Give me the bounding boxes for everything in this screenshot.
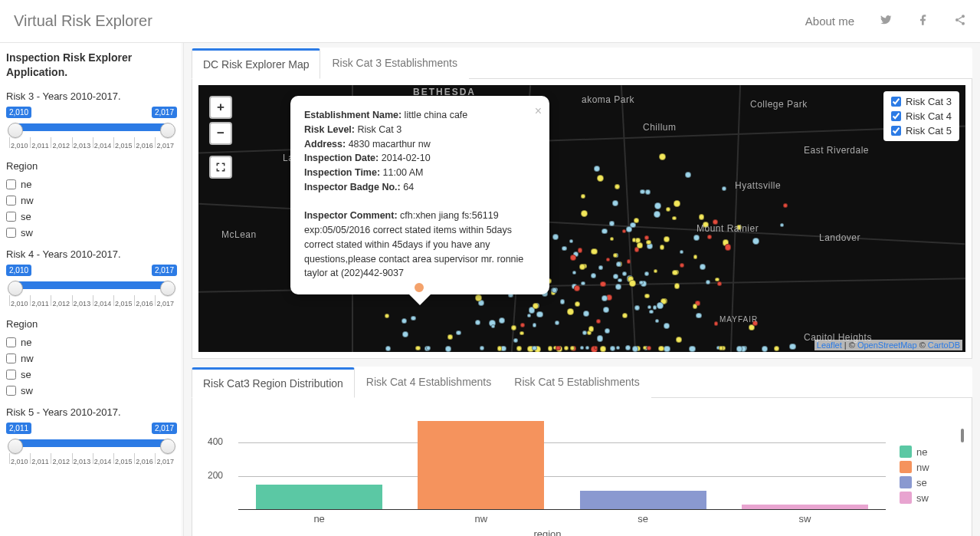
map-marker[interactable] — [511, 325, 516, 330]
map-marker[interactable] — [520, 323, 525, 327]
map-marker[interactable] — [548, 346, 553, 351]
map-marker[interactable] — [615, 184, 620, 189]
risk5-slider[interactable]: 2,011 2,017 2,0102,0112,0122,0132,0142,0… — [6, 423, 177, 472]
map-marker[interactable] — [659, 153, 666, 160]
map-marker[interactable] — [676, 337, 682, 343]
map-marker[interactable] — [660, 245, 664, 249]
risk3-region-nw[interactable]: nw — [6, 192, 177, 209]
map-marker[interactable] — [560, 299, 565, 304]
chart-legend-handle-icon[interactable] — [961, 429, 964, 442]
map-marker[interactable] — [693, 235, 700, 241]
map-marker[interactable] — [632, 238, 636, 242]
map-marker[interactable] — [569, 239, 573, 243]
map-marker[interactable] — [411, 316, 415, 321]
chart-bar-sw[interactable] — [742, 505, 868, 509]
map-marker[interactable] — [585, 346, 589, 350]
map-marker[interactable] — [658, 346, 664, 351]
map-marker[interactable] — [714, 321, 718, 325]
map-marker[interactable] — [527, 314, 531, 317]
map-marker[interactable] — [574, 285, 580, 291]
risk4-right-handle[interactable] — [160, 281, 175, 296]
map-marker[interactable] — [475, 320, 480, 325]
map-marker[interactable] — [634, 305, 640, 311]
map-marker[interactable] — [680, 263, 684, 268]
map-marker[interactable] — [591, 273, 596, 278]
tab-riskcat4-estab[interactable]: Risk Cat 4 Establishments — [355, 367, 503, 398]
map-marker[interactable] — [610, 346, 615, 351]
legend-riskcat4[interactable]: Risk Cat 4 — [891, 110, 952, 122]
map-marker[interactable] — [402, 318, 407, 324]
map-marker[interactable] — [556, 346, 560, 350]
chart-legend-ne[interactable]: ne — [900, 446, 964, 458]
risk3-region-ne[interactable]: ne — [6, 176, 177, 192]
risk3-left-handle[interactable] — [8, 123, 23, 138]
risk3-right-handle[interactable] — [160, 123, 175, 138]
map-marker[interactable] — [570, 255, 576, 261]
map-marker[interactable] — [654, 211, 660, 218]
map-marker[interactable] — [689, 346, 695, 352]
map-marker[interactable] — [693, 304, 697, 308]
risk4-slider[interactable]: 2,010 2,017 2,0102,0112,0122,0132,0142,0… — [6, 265, 177, 314]
carto-link[interactable]: CartoDB — [928, 340, 960, 350]
risk3-slider[interactable]: 2,010 2,017 2,0102,0112,0122,0132,0142,0… — [6, 107, 177, 156]
map-marker[interactable] — [632, 346, 638, 352]
risk3-region-sw[interactable]: sw — [6, 225, 177, 241]
map-marker[interactable] — [640, 189, 645, 195]
map-marker[interactable] — [657, 302, 663, 308]
map-marker[interactable] — [579, 264, 585, 270]
selected-marker[interactable] — [413, 281, 425, 294]
map-marker[interactable] — [596, 319, 601, 324]
leaflet-link[interactable]: Leaflet — [817, 340, 842, 350]
chart-legend-se[interactable]: se — [900, 476, 964, 488]
map-marker[interactable] — [655, 319, 659, 323]
tab-riskcat3-dist[interactable]: Risk Cat3 Region Distribution — [192, 367, 355, 398]
map-marker[interactable] — [696, 313, 702, 319]
map-marker[interactable] — [674, 200, 680, 207]
map-marker[interactable] — [603, 307, 609, 313]
map-marker[interactable] — [581, 194, 585, 198]
map-marker[interactable] — [654, 202, 661, 209]
map-marker[interactable] — [598, 265, 603, 270]
map-marker[interactable] — [615, 284, 621, 290]
map-marker[interactable] — [664, 236, 670, 242]
map-marker[interactable] — [625, 345, 631, 351]
map-marker[interactable] — [536, 311, 542, 317]
map-marker[interactable] — [736, 346, 742, 352]
map-marker[interactable] — [645, 189, 651, 195]
legend-riskcat3[interactable]: Risk Cat 3 — [891, 96, 952, 107]
map-marker[interactable] — [600, 281, 605, 287]
map-marker[interactable] — [634, 218, 639, 223]
map-marker[interactable] — [612, 200, 618, 206]
map-marker[interactable] — [445, 346, 451, 352]
map-marker[interactable] — [707, 235, 712, 239]
fullscreen-button[interactable] — [209, 156, 232, 179]
map-marker[interactable] — [789, 344, 796, 350]
chart-legend-sw[interactable]: sw — [900, 492, 964, 504]
risk4-region-sw[interactable]: sw — [6, 383, 177, 399]
map-marker[interactable] — [597, 175, 604, 182]
chart-bar-se[interactable] — [580, 491, 706, 509]
zoom-out-button[interactable]: − — [209, 122, 232, 145]
map-marker[interactable] — [715, 278, 719, 282]
map-marker[interactable] — [780, 223, 785, 228]
map-marker[interactable] — [672, 216, 676, 220]
zoom-in-button[interactable]: + — [209, 96, 232, 119]
map-marker[interactable] — [685, 172, 691, 178]
map-marker[interactable] — [575, 301, 580, 307]
map-marker[interactable] — [613, 274, 618, 279]
map-marker[interactable] — [402, 331, 408, 337]
map-marker[interactable] — [618, 278, 621, 282]
map-marker[interactable] — [680, 250, 683, 254]
map-marker[interactable] — [627, 259, 631, 263]
map-marker[interactable] — [626, 226, 632, 232]
map-marker[interactable] — [722, 186, 726, 191]
map-marker[interactable] — [426, 346, 431, 350]
map-marker[interactable] — [456, 330, 461, 335]
map-marker[interactable] — [639, 281, 643, 284]
tab-riskcat3-estab[interactable]: Risk Cat 3 Establishments — [320, 48, 468, 79]
map-marker[interactable] — [622, 271, 627, 276]
map-marker[interactable] — [588, 326, 594, 331]
share-icon[interactable] — [954, 14, 966, 29]
map-marker[interactable] — [783, 203, 788, 208]
map-marker[interactable] — [601, 229, 608, 235]
